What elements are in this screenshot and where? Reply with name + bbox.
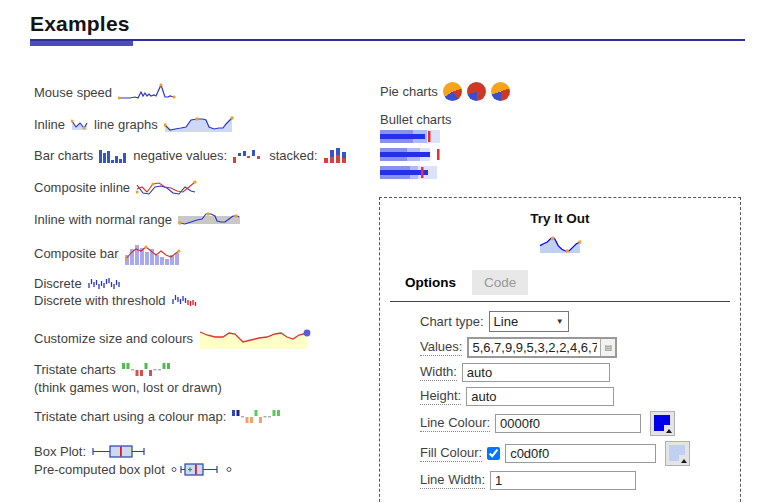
- example-row-tristate-note: (think games won, lost or drawn): [34, 380, 222, 395]
- precomputed-box-plot-sparkline: [171, 462, 235, 477]
- chart-type-row: Chart type: Line ▼: [420, 311, 740, 332]
- pie-chart-3: [491, 82, 510, 101]
- tryout-form: Chart type: Line ▼ Values: ▤ Width: Heig…: [420, 311, 740, 490]
- values-history-button[interactable]: ▤: [600, 339, 615, 356]
- list-icon: ▤: [605, 343, 613, 352]
- chevron-down-icon: ▼: [556, 317, 564, 326]
- example-row-inline: Inline line graphs: [34, 115, 234, 133]
- tristate-colormap-sparkline: [232, 408, 282, 425]
- page-title: Examples: [30, 12, 130, 36]
- height-row: Height:: [420, 387, 740, 406]
- width-label: Width:: [420, 364, 457, 381]
- tristate-note-label: (think games won, lost or drawn): [34, 380, 222, 395]
- example-row-tristate: Tristate charts: [34, 361, 172, 378]
- tryout-tabs: Options Code: [393, 270, 740, 295]
- discrete-label: Discrete: [34, 276, 82, 291]
- example-row-mouse-speed: Mouse speed: [34, 83, 176, 101]
- picker-arrow-icon: [679, 455, 688, 464]
- example-row-box-plot: Box Plot:: [34, 444, 148, 459]
- tabs-divider: [390, 301, 730, 302]
- values-label: Values:: [420, 339, 462, 356]
- bullet-charts-group: [380, 130, 442, 179]
- values-input[interactable]: [469, 339, 600, 356]
- line-graphs-label: line graphs: [94, 117, 158, 132]
- bullet-charts-label: Bullet charts: [380, 112, 452, 127]
- tristate-colormap-label: Tristate chart using a colour map:: [34, 409, 226, 424]
- chart-type-selected-value: Line: [494, 314, 519, 329]
- tab-code[interactable]: Code: [472, 270, 528, 295]
- pie-chart-2: [467, 82, 486, 101]
- line-width-input[interactable]: [490, 471, 636, 490]
- bullet-chart-3: [380, 166, 442, 179]
- tristate-sparkline: [122, 361, 172, 378]
- fill-colour-input[interactable]: [505, 444, 656, 463]
- discrete-sparkline: [88, 277, 121, 290]
- negative-bar-sparkline: [233, 148, 263, 163]
- fill-colour-checkbox[interactable]: [487, 447, 500, 460]
- inline-normal-range-label: Inline with normal range: [34, 212, 172, 227]
- example-row-inline-normal-range: Inline with normal range: [34, 210, 240, 228]
- bar-chart-sparkline: [99, 147, 127, 163]
- line-colour-label: Line Colour:: [420, 415, 490, 432]
- width-row: Width:: [420, 363, 740, 382]
- customize-sparkline: [199, 325, 313, 352]
- negative-values-label: negative values:: [133, 148, 227, 163]
- stacked-label: stacked:: [269, 148, 317, 163]
- height-input[interactable]: [466, 387, 614, 406]
- composite-inline-label: Composite inline: [34, 180, 130, 195]
- line-colour-row: Line Colour:: [420, 411, 740, 436]
- box-plot-label: Box Plot:: [34, 444, 86, 459]
- composite-inline-sparkline: [136, 178, 198, 197]
- tab-options[interactable]: Options: [393, 270, 468, 295]
- example-row-composite-inline: Composite inline: [34, 178, 198, 197]
- line-width-row: Line Width:: [420, 471, 740, 490]
- line-graphs-sparkline: [164, 115, 234, 133]
- inline-mini-sparkline: [71, 118, 88, 131]
- bullet-chart-2: [380, 148, 442, 161]
- example-row-bar-charts: Bar charts negative values: stacked:: [34, 147, 348, 163]
- fill-colour-row: Fill Colour:: [420, 441, 740, 466]
- normal-range-sparkline: [178, 210, 240, 228]
- box-plot-sparkline: [92, 444, 148, 459]
- line-colour-picker-button[interactable]: [650, 411, 675, 436]
- stacked-bar-sparkline: [324, 147, 348, 163]
- pie-charts-row: Pie charts: [380, 82, 510, 101]
- composite-bar-sparkline: [125, 241, 181, 265]
- try-it-out-sparkline: [539, 235, 581, 254]
- example-row-customize: Customize size and colours: [34, 325, 313, 352]
- title-underline-thin: [30, 39, 745, 41]
- example-row-discrete-threshold: Discrete with threshold: [34, 293, 199, 308]
- width-input[interactable]: [462, 363, 610, 382]
- fill-colour-label: Fill Colour:: [420, 445, 482, 462]
- picker-arrow-icon: [664, 425, 673, 434]
- mouse-speed-label: Mouse speed: [34, 85, 112, 100]
- precomputed-box-plot-label: Pre-computed box plot: [34, 462, 165, 477]
- chart-type-label: Chart type:: [420, 314, 484, 329]
- composite-bar-label: Composite bar: [34, 246, 119, 261]
- bullet-chart-1: [380, 130, 442, 143]
- customize-label: Customize size and colours: [34, 331, 193, 346]
- example-row-precomputed-box-plot: Pre-computed box plot: [34, 462, 235, 477]
- mouse-speed-sparkline: [118, 83, 176, 101]
- values-row: Values: ▤: [420, 337, 740, 358]
- inline-label: Inline: [34, 117, 65, 132]
- line-colour-input[interactable]: [495, 414, 641, 433]
- example-row-composite-bar: Composite bar: [34, 241, 181, 265]
- pie-chart-1: [443, 82, 462, 101]
- title-underline-thick: [30, 41, 133, 46]
- fill-colour-picker-button[interactable]: [665, 441, 690, 466]
- try-it-out-title: Try It Out: [380, 211, 740, 226]
- bar-charts-label: Bar charts: [34, 148, 93, 163]
- height-label: Height:: [420, 388, 461, 405]
- pie-charts-label: Pie charts: [380, 84, 438, 99]
- example-row-discrete: Discrete: [34, 276, 121, 291]
- example-row-tristate-colormap: Tristate chart using a colour map:: [34, 408, 282, 425]
- chart-type-select[interactable]: Line ▼: [489, 311, 569, 332]
- try-it-out-panel: Try It Out Options Code Chart type: Line…: [379, 197, 741, 503]
- discrete-threshold-label: Discrete with threshold: [34, 293, 166, 308]
- line-width-label: Line Width:: [420, 472, 485, 489]
- values-combo: ▤: [467, 337, 617, 358]
- discrete-threshold-sparkline: [172, 294, 199, 307]
- tristate-label: Tristate charts: [34, 362, 116, 377]
